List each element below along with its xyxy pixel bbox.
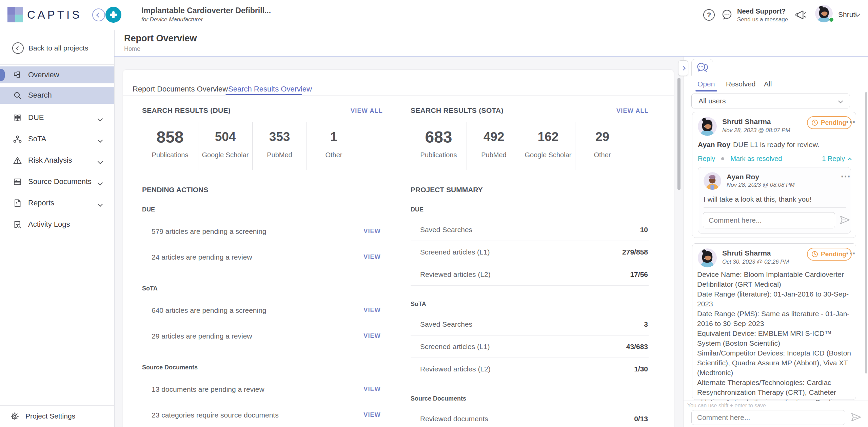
search-results-due-title: SEARCH RESULTS (DUE) [142, 106, 231, 115]
filter-tab-resolved[interactable]: Resolved [726, 80, 756, 88]
new-comment-input[interactable] [691, 410, 845, 425]
avatar [698, 117, 717, 136]
collapse-sidebar-button[interactable] [92, 8, 105, 21]
view-link[interactable]: VIEW [363, 307, 381, 314]
comments-tab[interactable] [691, 59, 713, 76]
sidebar-item-reports[interactable]: Reports [0, 195, 114, 211]
sidebar-item-overview[interactable]: Overview [0, 66, 114, 83]
selected-indicator [0, 69, 5, 81]
top-bar: CAPTIS Implantable Cardioverter Defibril… [0, 0, 868, 30]
chevron-down-icon[interactable] [98, 137, 102, 143]
main-scrollbar[interactable] [677, 78, 680, 190]
sidebar-item-sota[interactable]: SoTA [0, 130, 114, 147]
view-link[interactable]: VIEW [363, 253, 381, 261]
tab-search-results-overview[interactable]: Search Results Overview [228, 85, 312, 94]
more-menu[interactable]: ⋯ [841, 173, 851, 180]
replies-toggle[interactable]: 1 Reply [822, 155, 851, 163]
document-stack-icon [13, 177, 22, 186]
view-all-due-link[interactable]: VIEW ALL [351, 107, 383, 115]
comment-timestamp: Oct 30, 2023 @ 02:26 PM [722, 259, 789, 265]
project-avatar [105, 7, 121, 23]
stat-publications: 858 Publications [142, 122, 198, 170]
sidebar-item-activity-logs[interactable]: Activity Logs [0, 216, 114, 233]
page-title: Report Overview [124, 33, 197, 44]
view-link[interactable]: VIEW [363, 386, 381, 393]
filter-tab-open[interactable]: Open [697, 80, 715, 88]
stat-other: 29 Other [575, 122, 629, 170]
chevron-down-icon[interactable] [98, 159, 102, 165]
pending-row: 29 articles are pending a review VIEW [142, 323, 383, 349]
project-title: Implantable Cardioverter Defibrill... [141, 6, 271, 15]
warning-triangle-icon [13, 156, 22, 165]
reply-comment-input[interactable] [703, 212, 835, 228]
search-results-sota-title: SEARCH RESULTS (SOTA) [411, 106, 504, 115]
sidebar-item-due[interactable]: DUE [0, 109, 114, 126]
breadcrumb[interactable]: Home [124, 45, 140, 53]
back-to-projects-link[interactable]: Back to all projects [0, 40, 114, 56]
sidebar-divider [114, 0, 115, 427]
need-support-label[interactable]: Need Support? [737, 7, 786, 15]
comment-text: Ayan RoyDUE L1 is ready for review. [698, 141, 820, 149]
stat-google-scholar: 162 Google Scholar [521, 122, 575, 170]
panel-expand-button[interactable] [678, 60, 688, 76]
summary-row: Screened articles (L1) 279/858 [411, 241, 649, 263]
comment-author: Shruti Sharma [722, 249, 771, 257]
comment-thread: Shruti Sharma Oct 30, 2023 @ 02:26 PM Pe… [692, 243, 856, 400]
view-link[interactable]: VIEW [363, 411, 381, 419]
pending-group-due: DUE [142, 206, 383, 213]
sidebar: Back to all projects Overview Search DUE… [0, 30, 114, 427]
reply-text: I will take a look at this, thank you! [704, 195, 812, 203]
dot-separator [721, 157, 724, 160]
user-filter-select[interactable]: All users [691, 94, 850, 108]
active-filter-underline [695, 90, 717, 92]
mention[interactable]: Ayan Roy [698, 141, 730, 148]
chevron-down-icon[interactable] [98, 116, 102, 122]
sidebar-item-search[interactable]: Search [0, 87, 114, 104]
summary-row: Screened articles (L1) 43/683 [411, 336, 649, 358]
reply-card: Ayan Roy Nov 28, 2023 @ 08:08 PM ⋯ I wil… [698, 167, 851, 233]
view-all-sota-link[interactable]: VIEW ALL [616, 107, 649, 115]
user-name[interactable]: Shruti [838, 11, 857, 19]
reply-timestamp: Nov 28, 2023 @ 08:08 PM [727, 182, 795, 188]
activity-log-icon [13, 220, 22, 229]
view-link[interactable]: VIEW [363, 228, 381, 235]
chevron-right-icon [681, 66, 686, 70]
report-document-icon [13, 199, 22, 208]
filter-tab-all[interactable]: All [764, 80, 772, 88]
reply-link[interactable]: Reply [698, 155, 715, 163]
chevron-down-icon[interactable] [98, 180, 102, 186]
mark-resolved-link[interactable]: Mark as resolved [730, 155, 782, 163]
project-subtitle: for Device Manufacturer [141, 16, 203, 23]
more-menu[interactable]: ⋯ [846, 250, 856, 257]
more-menu[interactable]: ⋯ [846, 118, 856, 125]
project-settings-link[interactable]: Project Settings [0, 407, 114, 426]
pending-row: 23 categories require source documents V… [142, 402, 383, 427]
sidebar-footer-divider [0, 405, 114, 406]
status-badge[interactable]: Pending [807, 116, 852, 129]
due-stats: 858 Publications 504 Google Scholar 353 … [142, 122, 383, 170]
send-icon[interactable] [850, 412, 862, 422]
comments-scrollbar[interactable] [865, 92, 867, 373]
tab-report-documents-overview[interactable]: Report Documents Overview [133, 85, 228, 94]
status-badge[interactable]: Pending [807, 248, 852, 261]
comment-composer: You can use shift + enter to save [684, 401, 868, 427]
sidebar-item-source-documents[interactable]: Source Documents [0, 173, 114, 190]
sidebar-item-risk-analysis[interactable]: Risk Analysis [0, 152, 114, 169]
comment-thread: Shruti Sharma Nov 28, 2023 @ 08:07 PM Pe… [692, 112, 856, 238]
avatar [698, 248, 717, 267]
pending-group-source-documents: Source Documents [142, 364, 383, 371]
search-icon [13, 91, 22, 100]
divider [704, 207, 846, 208]
chevron-down-icon[interactable] [98, 201, 102, 207]
help-button[interactable]: ? [703, 9, 715, 21]
send-message-label[interactable]: Send us a message [737, 16, 788, 23]
pending-actions-title: PENDING ACTIONS [142, 186, 383, 194]
send-icon[interactable] [839, 215, 851, 225]
page-header: Report Overview Home [115, 30, 868, 56]
support-chat-icon[interactable] [720, 8, 734, 22]
announcements-icon[interactable] [795, 9, 808, 22]
captis-logo-icon [7, 7, 23, 22]
stat-publications: 683 Publications [411, 122, 467, 170]
stat-other: 1 Other [307, 122, 361, 170]
view-link[interactable]: VIEW [363, 332, 381, 340]
